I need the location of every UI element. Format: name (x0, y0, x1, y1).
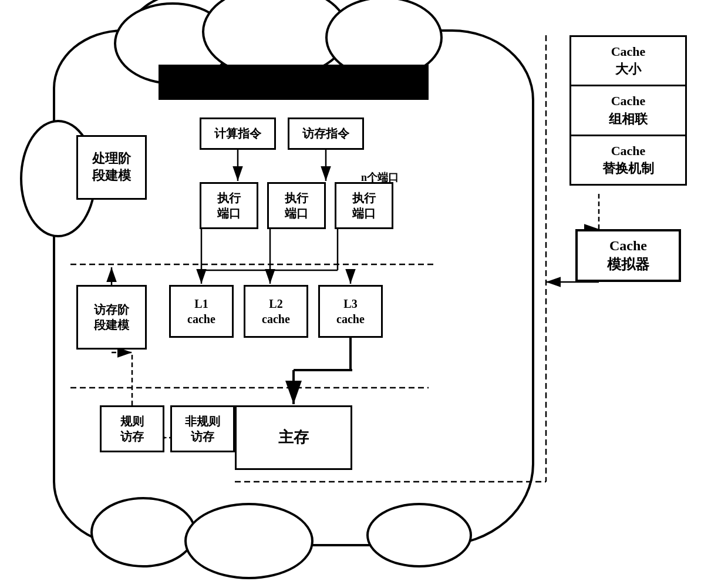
l3-cache-box: L3 cache (318, 285, 383, 338)
cache-replace-box: Cache 替换机制 (569, 136, 687, 186)
zhucun-box: 主存 (235, 405, 352, 470)
chuli-stage-box: 处理阶 段建模 (76, 135, 147, 200)
fangcun-cmd-box: 访存指令 (288, 117, 364, 150)
l2-cache-box: L2 cache (244, 285, 308, 338)
fangsun-stage-box: 访存阶 段建模 (76, 285, 147, 350)
cache-set-assoc-box: Cache 组相联 (569, 86, 687, 136)
diagram-container: 计算指令 访存指令 执行 端口 执行 端口 执行 端口 n个端口 处理阶 段建模… (41, 18, 687, 564)
cloud-bump-bottom-left (90, 497, 196, 567)
n-ports-label: n个端口 (361, 170, 399, 184)
jisuan-cmd-box: 计算指令 (200, 117, 276, 150)
exec-port-1-box: 执行 端口 (200, 182, 258, 229)
cache-config-panel: Cache 大小 Cache 组相联 Cache 替换机制 (569, 35, 687, 186)
l1-cache-box: L1 cache (169, 285, 234, 338)
cache-simulator-box: Cache 模拟器 (575, 229, 681, 282)
cache-size-box: Cache 大小 (569, 35, 687, 87)
cloud-bump-bottom-right (366, 503, 472, 567)
cloud-bump-bottom-mid (184, 503, 314, 579)
redacted-title-bar (159, 65, 429, 100)
guize-box: 规则 访存 (100, 405, 164, 452)
fei-guize-box: 非规则 访存 (170, 405, 235, 452)
exec-port-3-box: 执行 端口 (335, 182, 393, 229)
exec-port-2-box: 执行 端口 (267, 182, 326, 229)
